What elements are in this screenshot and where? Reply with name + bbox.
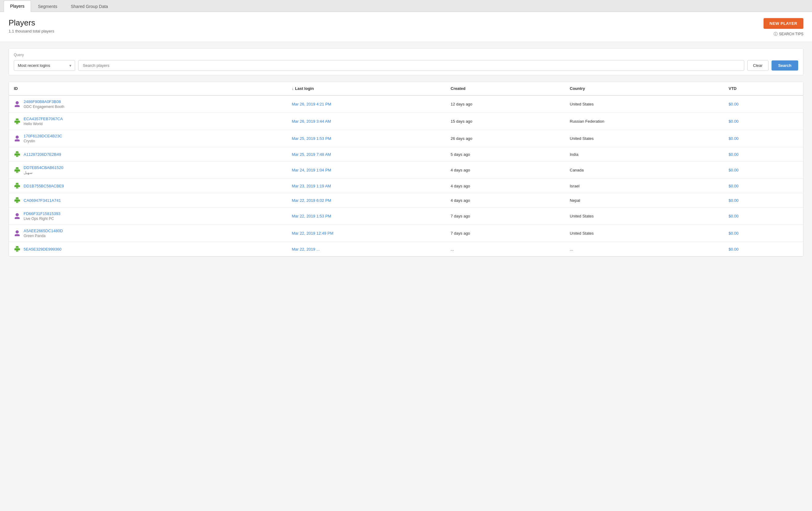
col-header-last-login[interactable]: ↓Last login bbox=[287, 82, 446, 95]
player-created: ... bbox=[446, 242, 565, 256]
page-header-right: NEW PLAYER ⓘ SEARCH TIPS bbox=[763, 18, 804, 37]
player-created: 4 days ago bbox=[446, 162, 565, 179]
tab-segments[interactable]: Segments bbox=[32, 1, 64, 12]
tab-shared-group-data[interactable]: Shared Group Data bbox=[64, 1, 114, 12]
person-icon bbox=[14, 101, 21, 108]
col-header-created: Created bbox=[446, 82, 565, 95]
player-last-login: Mar 26, 2019 4:21 PM bbox=[287, 95, 446, 113]
player-id-link[interactable]: 2486F90B8A0F3B08 bbox=[24, 100, 61, 104]
player-created: 4 days ago bbox=[446, 179, 565, 193]
player-country: ... bbox=[565, 242, 724, 256]
table-row: FD66F31F15815393Live Ops Right PCMar 22,… bbox=[9, 208, 803, 225]
android-icon bbox=[14, 197, 21, 204]
player-last-login: Mar 24, 2019 1:04 PM bbox=[287, 162, 446, 179]
sort-select-wrapper: Most recent logins Most recent creation … bbox=[14, 60, 75, 71]
table-row: A5AEE2665DC1480DGreen PandaMar 22, 2019 … bbox=[9, 225, 803, 242]
player-vtd: $0.00 bbox=[724, 242, 803, 256]
player-vtd: $0.00 bbox=[724, 208, 803, 225]
player-last-login: Mar 22, 2019 12:49 PM bbox=[287, 225, 446, 242]
player-id-link[interactable]: CA06947F3411A741 bbox=[24, 198, 61, 203]
player-vtd: $0.00 bbox=[724, 130, 803, 147]
sort-select[interactable]: Most recent logins Most recent creation … bbox=[14, 60, 75, 71]
table-body: 2486F90B8A0F3B08GDC Engagement BoothMar … bbox=[9, 95, 803, 256]
player-country: Nepal bbox=[565, 193, 724, 208]
player-country: Russian Federation bbox=[565, 113, 724, 130]
search-input[interactable] bbox=[78, 60, 744, 71]
player-last-login: Mar 26, 2019 3:44 AM bbox=[287, 113, 446, 130]
player-vtd: $0.00 bbox=[724, 95, 803, 113]
player-id-link[interactable]: 170F6128DCE4B23C bbox=[24, 134, 62, 138]
player-id-link[interactable]: ECA4357FEB7067CA bbox=[24, 117, 63, 121]
player-created: 7 days ago bbox=[446, 225, 565, 242]
query-section: Query Most recent logins Most recent cre… bbox=[8, 48, 804, 76]
player-vtd: $0.00 bbox=[724, 113, 803, 130]
page-title: Players bbox=[8, 18, 54, 28]
person-icon bbox=[14, 135, 21, 142]
col-header-country: Country bbox=[565, 82, 724, 95]
player-id-link[interactable]: 5EA5E329DE999360 bbox=[24, 247, 62, 252]
page-header: Players 1.1 thousand total players NEW P… bbox=[0, 12, 812, 42]
search-button[interactable]: Search bbox=[772, 60, 798, 70]
table-row: 5EA5E329DE999360Mar 22, 2019 .........$0… bbox=[9, 242, 803, 256]
help-circle-icon: ⓘ bbox=[774, 31, 778, 37]
player-created: 4 days ago bbox=[446, 193, 565, 208]
player-count-subtitle: 1.1 thousand total players bbox=[8, 29, 54, 33]
player-id-link[interactable]: DD7EB54CBAB61520 bbox=[24, 165, 63, 170]
player-country: Canada bbox=[565, 162, 724, 179]
table-row: CA06947F3411A741Mar 22, 2019 6:02 PM4 da… bbox=[9, 193, 803, 208]
sort-arrow-icon: ↓ bbox=[292, 86, 294, 91]
table-header-row: ID ↓Last login Created Country VTD bbox=[9, 82, 803, 95]
player-name: Crystin bbox=[24, 139, 62, 143]
col-header-vtd: VTD bbox=[724, 82, 803, 95]
table-row: DD7EB54CBAB61520سهیلMar 24, 2019 1:04 PM… bbox=[9, 162, 803, 179]
player-last-login: Mar 25, 2019 7:48 AM bbox=[287, 147, 446, 162]
player-created: 15 days ago bbox=[446, 113, 565, 130]
player-country: United States bbox=[565, 130, 724, 147]
table-row: DD1B755BC58ACBE9Mar 23, 2019 1:19 AM4 da… bbox=[9, 179, 803, 193]
query-label: Query bbox=[14, 53, 798, 57]
query-controls: Most recent logins Most recent creation … bbox=[14, 60, 798, 71]
android-icon bbox=[14, 151, 21, 158]
player-id-link[interactable]: A5AEE2665DC1480D bbox=[24, 228, 63, 233]
new-player-button[interactable]: NEW PLAYER bbox=[763, 18, 804, 29]
page-header-left: Players 1.1 thousand total players bbox=[8, 18, 54, 33]
player-vtd: $0.00 bbox=[724, 147, 803, 162]
player-created: 7 days ago bbox=[446, 208, 565, 225]
player-name: Live Ops Right PC bbox=[24, 217, 60, 221]
tabs-bar: Players Segments Shared Group Data bbox=[0, 0, 812, 12]
player-country: United States bbox=[565, 208, 724, 225]
player-last-login: Mar 22, 2019 1:53 PM bbox=[287, 208, 446, 225]
search-tips-link[interactable]: ⓘ SEARCH TIPS bbox=[774, 31, 804, 37]
player-name: GDC Engagement Booth bbox=[24, 105, 64, 109]
player-vtd: $0.00 bbox=[724, 179, 803, 193]
android-icon bbox=[14, 167, 21, 174]
player-created: 12 days ago bbox=[446, 95, 565, 113]
player-created: 5 days ago bbox=[446, 147, 565, 162]
table-row: 170F6128DCE4B23CCrystinMar 25, 2019 1:53… bbox=[9, 130, 803, 147]
player-last-login: Mar 22, 2019 6:02 PM bbox=[287, 193, 446, 208]
table-row: ECA4357FEB7067CAHello WorldMar 26, 2019 … bbox=[9, 113, 803, 130]
player-name: Green Panda bbox=[24, 234, 63, 238]
player-id-link[interactable]: A11287206D7E2B49 bbox=[24, 152, 61, 157]
tab-players[interactable]: Players bbox=[4, 0, 31, 12]
col-header-id: ID bbox=[9, 82, 287, 95]
player-name: سهیل bbox=[24, 171, 63, 175]
player-last-login: Mar 23, 2019 1:19 AM bbox=[287, 179, 446, 193]
table-row: 2486F90B8A0F3B08GDC Engagement BoothMar … bbox=[9, 95, 803, 113]
players-table-container: ID ↓Last login Created Country VTD 2486F… bbox=[8, 82, 804, 257]
android-icon bbox=[14, 246, 21, 252]
android-icon bbox=[14, 118, 21, 125]
player-name: Hello World bbox=[24, 122, 63, 126]
player-country: India bbox=[565, 147, 724, 162]
player-country: United States bbox=[565, 225, 724, 242]
player-last-login: Mar 25, 2019 1:53 PM bbox=[287, 130, 446, 147]
player-last-login: Mar 22, 2019 ... bbox=[287, 242, 446, 256]
android-icon bbox=[14, 182, 21, 189]
player-id-link[interactable]: DD1B755BC58ACBE9 bbox=[24, 184, 64, 188]
player-vtd: $0.00 bbox=[724, 162, 803, 179]
person-icon bbox=[14, 230, 21, 237]
player-country: United States bbox=[565, 95, 724, 113]
clear-button[interactable]: Clear bbox=[747, 60, 768, 71]
player-created: 26 days ago bbox=[446, 130, 565, 147]
player-id-link[interactable]: FD66F31F15815393 bbox=[24, 211, 60, 216]
